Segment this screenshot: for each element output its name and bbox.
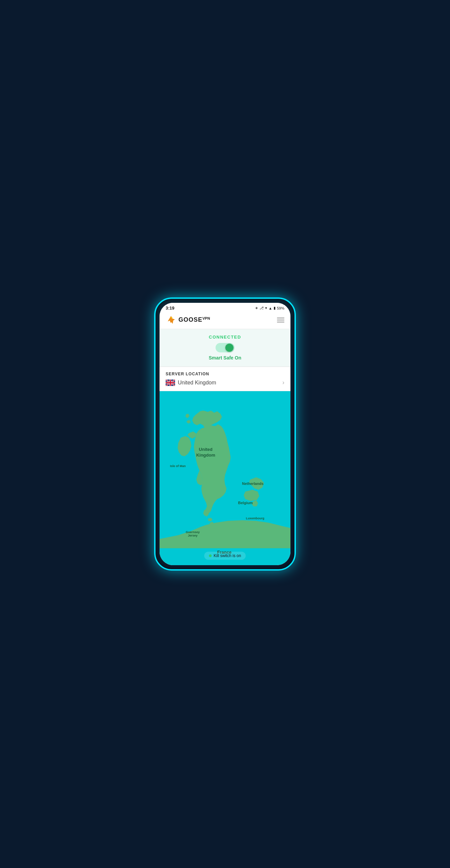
wifi-icon: ▾ <box>265 306 267 310</box>
kill-switch-bar: Kill switch is on <box>204 552 246 560</box>
logo-area: GOOSEVPN <box>166 315 210 325</box>
map-section: UnitedKingdom Isle of Man Netherlands Be… <box>160 391 290 565</box>
status-time: 3:19 <box>166 306 174 311</box>
server-location-section: SERVER LOCATION United Kingdom › <box>160 367 290 391</box>
kill-switch-indicator <box>209 554 212 557</box>
battery-icon: ▮ <box>274 306 276 310</box>
connection-status: CONNECTED <box>209 335 241 340</box>
server-country-name: United Kingdom <box>178 380 216 386</box>
server-location-title: SERVER LOCATION <box>166 372 284 376</box>
uk-flag-icon <box>166 379 175 386</box>
bluetooth-icon: ∗ <box>255 306 258 310</box>
battery-percent: 59% <box>277 306 284 310</box>
app-header: GOOSEVPN <box>160 312 290 329</box>
status-icons: ∗ ⎇ ▾ ▲ ▮ 59% <box>255 306 284 310</box>
map-svg <box>160 391 290 565</box>
goose-logo-icon <box>166 315 176 325</box>
smart-safe-label: Smart Safe On <box>209 355 241 360</box>
toggle-knob <box>225 344 233 352</box>
server-location-left: United Kingdom <box>166 379 216 386</box>
menu-button[interactable] <box>277 318 284 322</box>
connection-section: CONNECTED Smart Safe On <box>160 329 290 367</box>
kill-switch-label: Kill switch is on <box>214 553 241 558</box>
status-bar: 3:19 ∗ ⎇ ▾ ▲ ▮ 59% <box>160 303 290 312</box>
phone-outer: 3:19 ∗ ⎇ ▾ ▲ ▮ 59% GOOSEVPN <box>154 297 296 571</box>
logo-text: GOOSEVPN <box>178 316 210 323</box>
vibrate-icon: ⎇ <box>259 306 264 310</box>
vpn-toggle[interactable] <box>216 343 234 352</box>
server-location-row[interactable]: United Kingdom › <box>166 379 284 386</box>
chevron-right-icon: › <box>282 379 284 386</box>
vpn-toggle-container[interactable] <box>216 343 234 352</box>
phone-screen: 3:19 ∗ ⎇ ▾ ▲ ▮ 59% GOOSEVPN <box>160 303 290 565</box>
signal-icon: ▲ <box>269 306 272 310</box>
